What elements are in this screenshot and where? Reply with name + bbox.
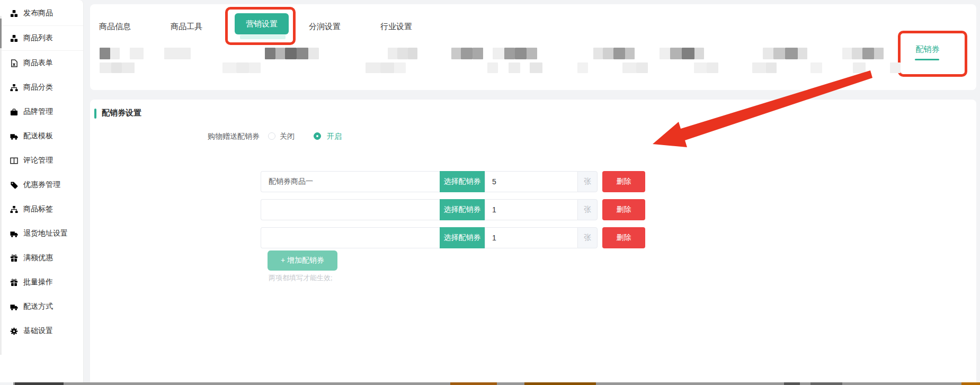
- redacted-block: [810, 62, 822, 73]
- redacted-block: [236, 62, 249, 73]
- redacted-block: [694, 48, 704, 59]
- redacted-block: [487, 62, 498, 73]
- taskbar-segment: [784, 382, 800, 385]
- redacted-block: [122, 62, 135, 73]
- gift-icon: [10, 254, 18, 262]
- redacted-block: [285, 48, 297, 59]
- redacted-block: [603, 48, 613, 59]
- select-coupon-button[interactable]: 选择配销券: [440, 199, 485, 220]
- redacted-block: [110, 48, 120, 59]
- add-coupon-button[interactable]: + 增加配销券: [268, 250, 337, 271]
- redacted-block: [636, 62, 648, 73]
- redacted-block: [164, 48, 191, 59]
- radio-on-label[interactable]: 开启: [327, 132, 342, 141]
- section-title: 配销券设置: [102, 108, 141, 118]
- redacted-block: [853, 62, 866, 73]
- sidebar-item-label: 商品标签: [23, 204, 53, 214]
- truck-icon: [10, 303, 18, 311]
- sidebar-item-label: 配送模板: [23, 131, 53, 141]
- taskbar-segment: [450, 382, 497, 385]
- redacted-block: [308, 48, 319, 59]
- coupon-product-input[interactable]: [261, 171, 440, 192]
- redacted-block: [625, 48, 635, 59]
- briefcase-icon: [10, 108, 18, 116]
- sidebar-item-return-address[interactable]: 退货地址设置: [0, 221, 83, 246]
- redacted-block: [100, 48, 110, 59]
- redacted-block: [530, 62, 542, 73]
- redacted-block: [473, 48, 483, 59]
- coupon-product-input[interactable]: [261, 227, 440, 248]
- radio-off[interactable]: [268, 132, 275, 140]
- sidebar-item-product-tags[interactable]: 商品标签: [0, 197, 83, 221]
- redacted-block: [613, 48, 625, 59]
- sidebar-item-label: 退货地址设置: [23, 229, 68, 238]
- tags-icon: [10, 181, 18, 189]
- radio-off-label[interactable]: 关闭: [280, 132, 295, 141]
- radio-on[interactable]: [314, 132, 321, 140]
- redacted-block: [773, 48, 785, 59]
- redacted-block: [366, 62, 380, 73]
- sidebar-item-coupon-management[interactable]: 优惠券管理: [0, 173, 83, 197]
- gift-coupon-label: 购物赠送配销券: [208, 132, 260, 141]
- taskbar-segment: [15, 382, 64, 385]
- bottom-taskbar-strip: [13, 382, 980, 385]
- redacted-block: [509, 62, 520, 73]
- redacted-block: [862, 48, 874, 59]
- unit-addon: 张: [577, 199, 598, 220]
- sidebar-item-label: 优惠券管理: [23, 180, 60, 190]
- coupon-count-input[interactable]: [485, 227, 577, 248]
- sidebar-item-basic-settings[interactable]: 基础设置: [0, 319, 83, 343]
- redacted-block: [249, 62, 261, 73]
- taskbar-segment: [524, 382, 596, 385]
- sidebar-item-label: 基础设置: [23, 326, 53, 336]
- columns-icon: [10, 157, 18, 165]
- unit-addon: 张: [577, 171, 598, 192]
- redacted-block: [111, 62, 122, 73]
- sidebar-item-brand-management[interactable]: 品牌管理: [0, 100, 83, 124]
- redacted-block: [694, 62, 707, 73]
- coupon-count-input[interactable]: [485, 199, 577, 220]
- sidebar-item-full-discount[interactable]: 满额优惠: [0, 246, 83, 270]
- redacted-block: [763, 48, 773, 59]
- helper-text: 两项都填写才能生效;: [269, 273, 333, 283]
- sidebar-item-review-management[interactable]: 评论管理: [0, 148, 83, 173]
- redacted-block: [622, 62, 636, 73]
- sidebar-item-delivery-template[interactable]: 配送模板: [0, 124, 83, 148]
- redacted-block: [682, 48, 694, 59]
- sidebar-item-label: 配送方式: [23, 302, 53, 311]
- sidebar-item-delivery-method[interactable]: 配送方式: [0, 294, 83, 319]
- redacted-block: [752, 62, 766, 73]
- coupon-product-input[interactable]: [261, 199, 440, 220]
- redacted-block: [265, 48, 275, 59]
- redacted-block: [593, 48, 603, 59]
- coupon-row: 选择配销券 张 删除: [261, 199, 737, 220]
- truck-icon: [10, 132, 18, 140]
- sitemap-icon: [10, 205, 18, 213]
- redacted-block: [515, 48, 527, 59]
- delete-button[interactable]: 删除: [602, 227, 645, 248]
- redacted-subnav-row: [0, 0, 980, 90]
- gear-icon: [10, 327, 18, 335]
- coupon-count-input[interactable]: [485, 171, 577, 192]
- redacted-block: [100, 62, 111, 73]
- sidebar-item-label: 批量操作: [23, 277, 53, 287]
- sidebar-item-batch-operation[interactable]: 批量操作: [0, 270, 83, 294]
- coupon-row: 选择配销券 张 删除: [261, 227, 737, 248]
- redacted-block: [670, 48, 682, 59]
- redacted-block: [766, 62, 777, 73]
- delete-button[interactable]: 删除: [602, 199, 645, 220]
- redacted-block: [451, 48, 461, 59]
- redacted-block: [527, 48, 537, 59]
- gift-icon: [10, 279, 18, 286]
- redacted-block: [397, 48, 408, 59]
- redacted-block: [275, 48, 285, 59]
- redacted-block: [852, 48, 862, 59]
- redacted-block: [408, 48, 417, 59]
- app-root: 发布商品 商品列表 商品表单 商品分类 品牌管理 配送模板 评论管理 优惠券管理…: [0, 0, 980, 385]
- redacted-block: [707, 62, 718, 73]
- delete-button[interactable]: 删除: [602, 171, 645, 192]
- select-coupon-button[interactable]: 选择配销券: [440, 227, 485, 248]
- select-coupon-button[interactable]: 选择配销券: [440, 171, 485, 192]
- redacted-block: [394, 62, 406, 73]
- redacted-block: [785, 48, 798, 59]
